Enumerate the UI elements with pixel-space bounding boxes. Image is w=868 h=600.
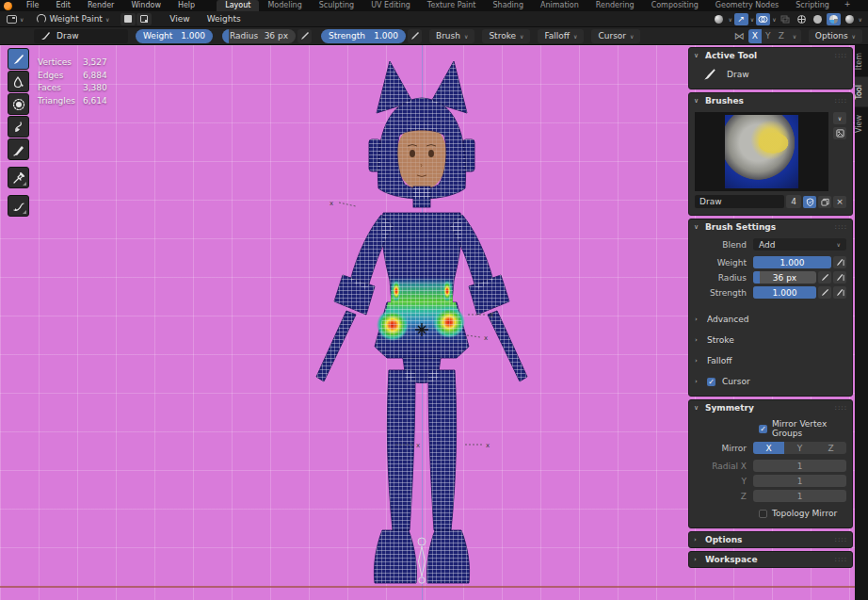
proportional-editing-icon[interactable] bbox=[712, 13, 726, 25]
panel-grip-icon[interactable]: :::: bbox=[835, 556, 847, 563]
fake-user-shield-button[interactable] bbox=[803, 196, 816, 208]
cursor-dropdown[interactable]: Cursor∨ bbox=[591, 29, 640, 43]
panel-grip-icon[interactable]: :::: bbox=[835, 52, 847, 59]
tool-draw-button[interactable] bbox=[8, 48, 29, 70]
subpanel-advanced[interactable]: ›Advanced bbox=[695, 312, 846, 327]
sidebar-tab-view[interactable]: View bbox=[855, 107, 868, 140]
workspace-tab-sculpting[interactable]: Sculpting bbox=[311, 0, 362, 11]
menu-file[interactable]: File bbox=[18, 0, 47, 11]
brush-users-count[interactable]: 4 bbox=[786, 195, 801, 208]
radius-pressure-toggle-panel[interactable] bbox=[818, 271, 831, 284]
menu-window[interactable]: Window bbox=[122, 0, 169, 11]
sidebar-tab-item[interactable]: Item bbox=[855, 45, 868, 77]
unlink-brush-button[interactable]: × bbox=[833, 196, 846, 208]
weight-slider-panel[interactable]: 1.000 bbox=[753, 256, 831, 268]
workspace-tab-compositing[interactable]: Compositing bbox=[643, 0, 707, 11]
subpanel-stroke[interactable]: ›Stroke bbox=[695, 332, 846, 348]
strength-slider-panel[interactable]: 1.000 bbox=[753, 286, 816, 299]
stroke-dropdown[interactable]: Stroke∨ bbox=[482, 29, 530, 43]
mode-selector[interactable]: Weight Paint ∨ bbox=[33, 12, 113, 25]
tool-sample-weight-button[interactable] bbox=[8, 167, 29, 188]
options-panel-header[interactable]: › Options :::: bbox=[689, 532, 852, 547]
symmetry-panel-header[interactable]: ∨ Symmetry :::: bbox=[689, 400, 852, 415]
unified-strength-toggle[interactable] bbox=[833, 286, 846, 299]
active-tool-panel-header[interactable]: ∨ Active Tool :::: bbox=[689, 48, 852, 63]
mirror-more-chevron[interactable]: ∨ bbox=[788, 29, 801, 43]
menu-view[interactable]: View bbox=[161, 11, 198, 27]
workspace-tab-modeling[interactable]: Modeling bbox=[259, 0, 310, 11]
brush-preview-box[interactable] bbox=[695, 112, 828, 191]
brush-browse-button[interactable]: ∨ bbox=[833, 112, 846, 124]
menu-edit[interactable]: Edit bbox=[47, 0, 79, 11]
workspace-tab-texture-paint[interactable]: Texture Paint bbox=[419, 0, 485, 11]
duplicate-brush-button[interactable] bbox=[818, 196, 831, 208]
shading-solid-button[interactable] bbox=[811, 13, 825, 25]
cursor-checkbox[interactable]: ✓ bbox=[707, 378, 715, 386]
tool-gradient-button[interactable] bbox=[8, 138, 29, 160]
panel-grip-icon[interactable]: :::: bbox=[835, 223, 847, 231]
brush-image-icon-button[interactable] bbox=[833, 127, 846, 139]
shading-wireframe-button[interactable] bbox=[795, 13, 809, 25]
show-gizmo-toggle[interactable]: ↗ bbox=[734, 13, 748, 25]
active-tool-button[interactable]: Draw bbox=[34, 29, 128, 43]
brush-settings-panel-header[interactable]: ∨ Brush Settings :::: bbox=[689, 219, 852, 235]
radial-y-field[interactable]: 1 bbox=[753, 475, 846, 487]
show-overlays-toggle[interactable] bbox=[756, 13, 770, 25]
workspace-tab-uv-editing[interactable]: UV Editing bbox=[362, 0, 419, 11]
brush-name-field[interactable]: Draw bbox=[695, 195, 784, 208]
workspace-tab-scripting[interactable]: Scripting bbox=[787, 0, 838, 11]
symmetry-y-button[interactable]: Y bbox=[784, 442, 815, 454]
tool-smear-button[interactable] bbox=[8, 116, 29, 138]
menu-help[interactable]: Help bbox=[169, 0, 203, 11]
radius-pressure-toggle[interactable] bbox=[297, 29, 312, 43]
workspace-tab-rendering[interactable]: Rendering bbox=[587, 0, 643, 11]
radial-x-field[interactable]: 1 bbox=[753, 460, 846, 472]
workspace-tab-shading[interactable]: Shading bbox=[484, 0, 532, 11]
symmetry-z-button[interactable]: Z bbox=[815, 442, 846, 454]
subpanel-falloff[interactable]: ›Falloff bbox=[695, 353, 846, 368]
brush-dropdown[interactable]: Brush∨ bbox=[429, 29, 474, 43]
topology-mirror-checkbox[interactable] bbox=[759, 510, 767, 518]
unified-weight-toggle[interactable] bbox=[833, 256, 846, 268]
mirror-x-button[interactable]: X bbox=[748, 29, 762, 43]
brushes-panel-header[interactable]: ∨ Brushes :::: bbox=[689, 93, 852, 108]
radius-slider[interactable]: Radius 36 px bbox=[222, 29, 296, 43]
mirror-z-button[interactable]: Z bbox=[775, 29, 788, 43]
radius-slider-panel[interactable]: 36 px bbox=[753, 271, 816, 284]
panel-grip-icon[interactable]: :::: bbox=[835, 536, 847, 543]
radial-z-field[interactable]: 1 bbox=[753, 490, 846, 502]
mirror-vertex-groups-checkbox[interactable]: ✓ bbox=[759, 425, 767, 433]
blender-logo-icon[interactable] bbox=[4, 2, 12, 10]
3d-viewport[interactable]: X x x x x bbox=[0, 45, 868, 600]
xray-toggle[interactable] bbox=[779, 13, 793, 25]
falloff-dropdown[interactable]: Falloff∨ bbox=[538, 29, 584, 43]
editor-type-button[interactable]: ∨ bbox=[3, 12, 27, 25]
vertex-mask-toggle[interactable] bbox=[137, 13, 152, 25]
unified-radius-toggle[interactable] bbox=[833, 271, 846, 284]
tool-blur-button[interactable] bbox=[8, 71, 29, 92]
subpanel-cursor[interactable]: › ✓ Cursor bbox=[695, 374, 846, 389]
strength-slider[interactable]: Strength 1.000 bbox=[321, 29, 406, 43]
weight-slider[interactable]: Weight 1.000 bbox=[136, 29, 213, 43]
menu-render[interactable]: Render bbox=[79, 0, 122, 11]
workspace-tab-geometry-nodes[interactable]: Geometry Nodes bbox=[707, 0, 787, 11]
sidebar-tab-tool[interactable]: Tool bbox=[855, 77, 868, 107]
shading-rendered-button[interactable] bbox=[843, 13, 857, 25]
armature-root-bone[interactable] bbox=[418, 538, 426, 583]
workspace-tab-animation[interactable]: Animation bbox=[532, 0, 587, 11]
tool-average-button[interactable] bbox=[8, 93, 29, 115]
symmetry-x-button[interactable]: X bbox=[753, 442, 784, 454]
mirror-y-button[interactable]: Y bbox=[762, 29, 775, 43]
face-mask-toggle[interactable] bbox=[121, 13, 136, 25]
menu-weights[interactable]: Weights bbox=[199, 11, 249, 27]
panel-grip-icon[interactable]: :::: bbox=[835, 97, 847, 105]
options-dropdown[interactable]: Options∨ bbox=[809, 29, 862, 43]
shading-material-preview-button[interactable] bbox=[827, 13, 841, 25]
tool-annotate-button[interactable] bbox=[8, 195, 29, 217]
panel-grip-icon[interactable]: :::: bbox=[835, 404, 847, 412]
workspace-tab-layout[interactable]: Layout bbox=[217, 0, 259, 11]
add-workspace-button[interactable]: + bbox=[838, 0, 858, 11]
strength-pressure-toggle[interactable] bbox=[408, 29, 422, 43]
strength-pressure-toggle-panel[interactable] bbox=[818, 286, 831, 299]
workspace-panel-header[interactable]: › Workspace :::: bbox=[689, 552, 852, 567]
